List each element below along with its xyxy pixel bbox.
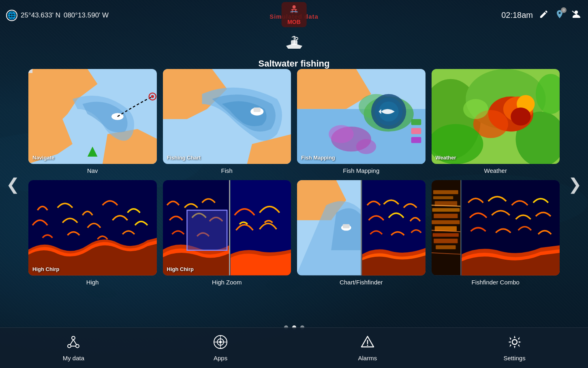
page-title-area: Saltwater fishing: [0, 30, 588, 69]
svg-point-93: [367, 344, 368, 346]
latitude: 25°43.633' N: [21, 11, 60, 19]
mob-label: MOB: [287, 19, 301, 25]
svg-point-35: [329, 125, 354, 143]
nav-item-settings[interactable]: Settings: [490, 335, 539, 362]
svg-rect-70: [434, 214, 458, 218]
settings-icon: [507, 335, 522, 352]
fish-mapping-app-label: Fish Mapping: [343, 167, 379, 174]
app-item-ff-combo[interactable]: Fishfinder Combo: [432, 180, 560, 285]
svg-point-13: [292, 5, 295, 9]
high-chirp-app-label: High: [86, 279, 99, 286]
app-tile-fish-chart[interactable]: Fishing Chart: [163, 69, 291, 164]
svg-line-85: [73, 340, 77, 345]
svg-rect-62: [343, 224, 350, 228]
page-title: Saltwater fishing: [0, 58, 588, 69]
alarms-label: Alarms: [358, 355, 377, 362]
ff-combo-app-label: Fishfinder Combo: [472, 279, 520, 286]
globe-icon: 🌐: [6, 10, 17, 21]
chart-fishfinder-app-label: Chart/Fishfinder: [340, 279, 383, 286]
app-tile-ff-combo[interactable]: [432, 180, 560, 275]
app-item-chart-fishfinder[interactable]: Chart/Fishfinder: [297, 180, 425, 285]
svg-point-26: [151, 95, 154, 98]
nav-app-label: Nav: [87, 167, 98, 174]
nav-tile-label: Navigate: [32, 155, 54, 161]
svg-point-54: [463, 99, 488, 119]
svg-point-94: [512, 340, 517, 344]
app-tile-high-zoom[interactable]: High Chirp: [163, 180, 291, 275]
app-tile-high-chirp[interactable]: High Chirp: [28, 180, 157, 275]
header-right: 02:18am 0: [501, 9, 582, 21]
fish-mapping-tile-label: Fish Mapping: [301, 155, 335, 161]
svg-rect-67: [433, 196, 453, 199]
weather-app-label: Weather: [484, 167, 507, 174]
alarms-icon: [360, 335, 375, 352]
app-grid: Navigate Nav Fishing Chart Fish: [28, 69, 560, 286]
header: 🌐 25°43.633' N 080°13.590' W MOB 02:18am: [0, 0, 588, 30]
svg-rect-29: [253, 108, 260, 112]
app-tile-weather[interactable]: Weather: [432, 69, 560, 164]
svg-point-81: [72, 336, 75, 340]
apps-label: Apps: [214, 355, 227, 362]
svg-rect-75: [436, 245, 455, 250]
my-data-icon: [66, 335, 81, 352]
boat-icon: [0, 34, 588, 56]
app-item-nav[interactable]: Navigate Nav: [28, 69, 157, 174]
svg-rect-66: [433, 190, 458, 194]
svg-point-50: [511, 108, 530, 125]
high-chirp-tile-label: High Chirp: [32, 266, 59, 272]
app-item-high-zoom[interactable]: High Chirp High Zoom: [163, 180, 291, 285]
fish-chart-app-label: Fish: [221, 167, 233, 174]
app-tile-nav[interactable]: Navigate: [28, 69, 157, 164]
app-tile-fish-mapping[interactable]: Fish Mapping: [297, 69, 425, 164]
apps-icon: [213, 335, 228, 352]
svg-rect-71: [432, 220, 460, 224]
longitude: 080°13.590' W: [64, 11, 109, 19]
profile-icon[interactable]: [571, 9, 582, 21]
svg-rect-59: [187, 210, 227, 250]
svg-line-84: [70, 340, 73, 345]
app-tile-chart-fishfinder[interactable]: [297, 180, 425, 275]
fish-chart-tile-label: Fishing Chart: [167, 155, 201, 161]
svg-rect-24: [28, 69, 32, 73]
edit-icon[interactable]: [539, 9, 549, 21]
waypoint-icon[interactable]: 0: [555, 9, 564, 21]
header-left: 🌐 25°43.633' N 080°13.590' W: [6, 10, 109, 21]
svg-rect-40: [411, 119, 421, 125]
time-display: 02:18am: [501, 11, 533, 20]
svg-rect-74: [434, 239, 458, 243]
svg-rect-42: [411, 137, 421, 143]
next-arrow[interactable]: ❯: [568, 175, 582, 194]
svg-rect-41: [411, 128, 421, 134]
waypoint-badge: 0: [561, 7, 567, 13]
app-item-weather[interactable]: Weather Weather: [432, 69, 560, 174]
app-item-fish-mapping[interactable]: Fish Mapping Fish Mapping: [297, 69, 425, 174]
nav-item-apps[interactable]: Apps: [196, 335, 245, 362]
mob-icon: [288, 4, 300, 19]
my-data-label: My data: [63, 355, 84, 362]
nav-item-alarms[interactable]: Alarms: [343, 335, 392, 362]
settings-label: Settings: [504, 355, 526, 362]
nav-item-my-data[interactable]: My data: [49, 335, 98, 362]
high-zoom-app-label: High Zoom: [212, 279, 242, 286]
app-item-fish-chart[interactable]: Fishing Chart Fish: [163, 69, 291, 174]
svg-rect-73: [432, 233, 458, 237]
high-zoom-tile-label: High Chirp: [167, 266, 194, 272]
svg-point-36: [356, 139, 376, 154]
mob-button[interactable]: MOB: [281, 2, 307, 27]
prev-arrow[interactable]: ❮: [6, 175, 20, 194]
bottom-nav: My data Apps Alarms: [0, 327, 588, 368]
app-item-high-chirp[interactable]: High Chirp High: [28, 180, 157, 285]
weather-tile-label: Weather: [436, 155, 456, 161]
svg-rect-69: [432, 209, 460, 212]
